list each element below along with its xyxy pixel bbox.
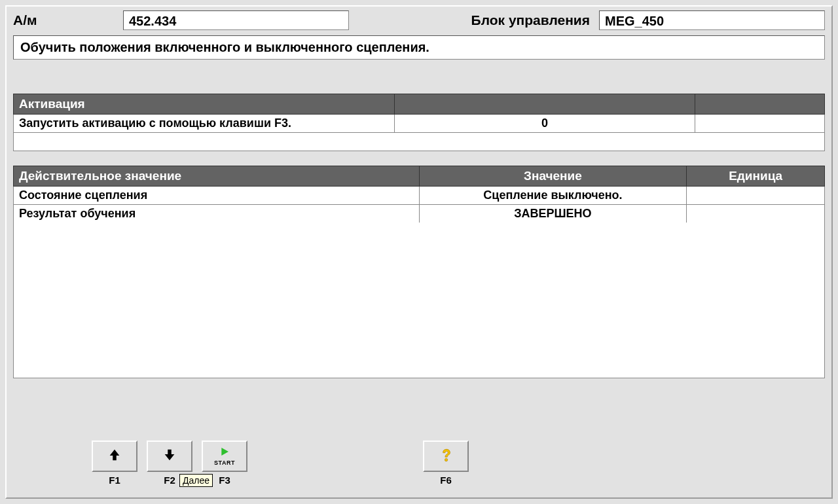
activation-header-2 [395, 94, 695, 115]
activation-row-unit [695, 115, 824, 133]
values-row0-unit [687, 187, 825, 205]
f1-label: F1 [109, 475, 120, 486]
header-row: А/м 452.434 Блок управления MEG_450 [13, 10, 825, 30]
main-window: А/м 452.434 Блок управления MEG_450 Обуч… [5, 5, 833, 499]
values-row0-label: Состояние сцепления [14, 187, 420, 205]
f3-button[interactable]: START [202, 441, 247, 472]
ecu-value-field[interactable]: MEG_450 [599, 10, 825, 30]
f3-label: F3 [219, 475, 230, 486]
f1-button[interactable] [92, 441, 137, 472]
values-row1-unit [687, 205, 825, 223]
function-key-bar: F1 F2 Далее START F3 [92, 441, 469, 486]
play-icon [219, 446, 230, 459]
f2-label: F2 [164, 475, 175, 486]
svg-point-0 [445, 458, 447, 461]
procedure-title: Обучить положения включенного и выключен… [13, 35, 825, 60]
f2-tooltip: Далее [179, 474, 213, 487]
help-icon [437, 446, 454, 466]
ecu-label: Блок управления [471, 12, 590, 28]
values-header-3: Единица [687, 166, 825, 187]
values-row1-label: Результат обучения [14, 205, 420, 223]
arrow-up-icon [107, 448, 122, 465]
values-row0-value: Сцепление выключено. [419, 187, 687, 205]
vehicle-label: А/м [13, 12, 118, 28]
values-row1-value: ЗАВЕРШЕНО [419, 205, 687, 223]
table-row: Запустить активацию с помощью клавиши F3… [14, 115, 825, 133]
table-row: Состояние сцепления Сцепление выключено. [14, 187, 825, 205]
f2-button[interactable] [147, 441, 192, 472]
values-header-2: Значение [419, 166, 687, 187]
start-text: START [214, 460, 235, 466]
activation-table: Активация Запустить активацию с помощью … [13, 94, 825, 151]
f6-button[interactable] [423, 441, 469, 472]
values-empty-area [13, 223, 825, 378]
arrow-down-icon [162, 448, 177, 465]
values-table: Действительное значение Значение Единица… [13, 166, 825, 223]
activation-row-label: Запустить активацию с помощью клавиши F3… [14, 115, 395, 133]
activation-row-value: 0 [395, 115, 695, 133]
values-header-1: Действительное значение [14, 166, 420, 187]
activation-header-3 [695, 94, 824, 115]
f1-group: F1 [92, 441, 137, 486]
activation-header-1: Активация [14, 94, 395, 115]
f2-group: F2 Далее [147, 441, 192, 486]
activation-table-container: Активация Запустить активацию с помощью … [13, 94, 825, 151]
f6-label: F6 [440, 475, 452, 486]
f6-group: F6 [423, 441, 469, 486]
table-row: Результат обучения ЗАВЕРШЕНО [14, 205, 825, 223]
values-table-container: Действительное значение Значение Единица… [13, 166, 825, 378]
vehicle-value-field[interactable]: 452.434 [123, 10, 349, 30]
